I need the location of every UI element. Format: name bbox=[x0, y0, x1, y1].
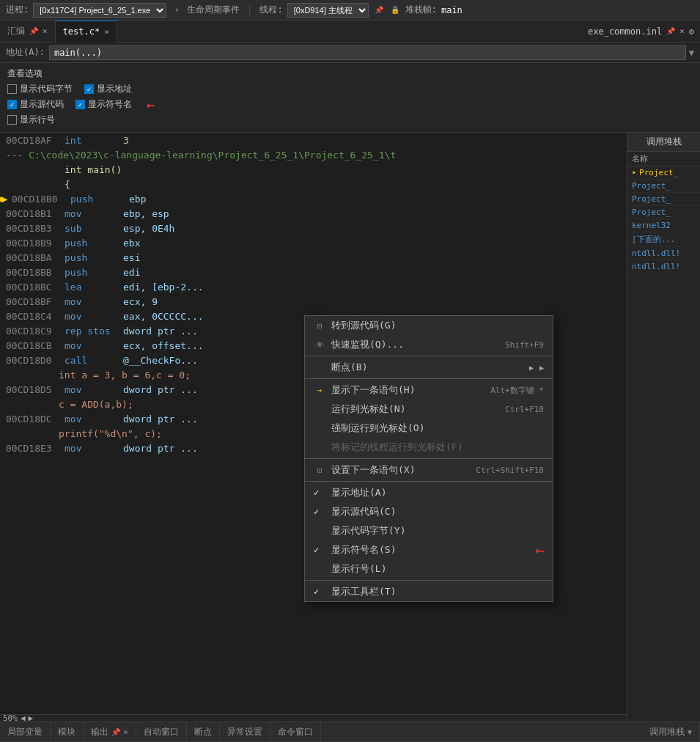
sidebar-label-7: ntdll.dll! bbox=[632, 262, 680, 271]
ctx-breakpoint[interactable]: 断点(B) ▶ bbox=[305, 358, 553, 377]
opt-show-symbols[interactable]: ✓ 显示符号名 bbox=[75, 98, 132, 111]
ctx-goto-source[interactable]: ⊡ 转到源代码(G) bbox=[305, 316, 553, 335]
settings-icon[interactable]: ⚙ bbox=[689, 26, 694, 37]
mnemonic-push3: push bbox=[65, 252, 123, 263]
operand-dword2: dword ptr ... bbox=[123, 384, 198, 395]
sidebar-item-6[interactable]: ntdll.dll! bbox=[627, 247, 700, 260]
sidebar-item-5[interactable]: [下面的... bbox=[627, 232, 700, 247]
sidebar-label-6: ntdll.dll! bbox=[632, 249, 680, 258]
ctx-show-next-label: 显示下一条语句(H) bbox=[331, 383, 485, 397]
ctx-quickwatch-label: 快速监视(Q)... bbox=[331, 338, 499, 351]
opt-show-source[interactable]: ✓ 显示源代码 bbox=[7, 98, 64, 111]
operand-lea: edi, [ebp-2... bbox=[123, 282, 204, 293]
scroll-right-btn[interactable]: ▶ bbox=[29, 713, 34, 721]
tab-command-label: 命令窗口 bbox=[278, 726, 313, 738]
view-options-row1: 显示代码字节 ✓ 显示地址 bbox=[7, 83, 693, 95]
ctx-show-lineno[interactable]: 显示行号(L) bbox=[305, 559, 553, 578]
opt-show-bytes[interactable]: 显示代码字节 bbox=[7, 83, 73, 95]
right-tab-pin: 📌 bbox=[666, 27, 675, 35]
sidebar-item-7[interactable]: ntdll.dll! bbox=[627, 260, 700, 273]
mnemonic-sub: sub bbox=[65, 223, 123, 234]
tab-callstack-bottom[interactable]: 调用堆栈 ▼ bbox=[642, 721, 700, 742]
right-sidebar: 调用堆栈 名称 ➤ Project_ Project_ Project_ Pro… bbox=[627, 133, 700, 721]
checkbox-address[interactable]: ✓ bbox=[84, 84, 94, 94]
red-arrow-ctx: ← bbox=[535, 541, 544, 559]
checkbox-source[interactable]: ✓ bbox=[7, 100, 17, 109]
ctx-show-source[interactable]: ✓ 显示源代码(C) bbox=[305, 502, 553, 521]
sidebar-item-3[interactable]: Project_ bbox=[627, 206, 700, 219]
ctx-quickwatch[interactable]: 👁 快速监视(Q)... Shift+F9 bbox=[305, 335, 553, 354]
mnemonic-lea: lea bbox=[65, 282, 123, 293]
ctx-show-bytes[interactable]: 显示代码字节(Y) bbox=[305, 521, 553, 540]
right-tab-close[interactable]: × bbox=[679, 26, 685, 36]
ctx-run-to-cursor[interactable]: 运行到光标处(N) Ctrl+F10 bbox=[305, 400, 553, 419]
right-tab-area: exe_common.inl 📌 × ⚙ bbox=[582, 26, 700, 37]
code-line-brace-open: { bbox=[0, 177, 627, 191]
tab-testc-label: test.c* bbox=[63, 26, 100, 37]
code-line-00cd18bb: 00CD18BB push edi bbox=[0, 265, 627, 279]
sidebar-title: 调用堆栈 bbox=[627, 133, 700, 152]
tab-test-c[interactable]: test.c* × bbox=[56, 21, 117, 43]
address-arrow[interactable]: ▼ bbox=[689, 48, 694, 58]
ctx-show-bytes-label: 显示代码字节(Y) bbox=[331, 524, 544, 537]
ctx-show-toolbar[interactable]: ✓ 显示工具栏(T) bbox=[305, 582, 553, 601]
arrow-icon-0: ➤ bbox=[632, 169, 636, 177]
thread-selector[interactable]: [0xD914] 主线程 bbox=[287, 3, 369, 18]
tab-close-testc[interactable]: × bbox=[104, 27, 109, 37]
code-line-00cd18b1: 00CD18B1 mov ebp, esp bbox=[0, 206, 627, 221]
ctx-quickwatch-shortcut: Shift+F9 bbox=[505, 340, 544, 350]
ctx-sep1 bbox=[305, 356, 553, 356]
operand-ecx9: ecx, 9 bbox=[123, 296, 158, 307]
ctx-thread-run[interactable]: 将标记的线程运行到光标处(F) bbox=[305, 438, 553, 457]
h-scrollbar[interactable]: 50% ◀ ▶ bbox=[0, 714, 627, 721]
sidebar-item-0[interactable]: ➤ Project_ bbox=[627, 166, 700, 180]
addr-00cd18c9: 00CD18C9 bbox=[6, 326, 65, 337]
opt-show-lineno[interactable]: 显示行号 bbox=[7, 114, 55, 126]
operand-3: 3 bbox=[123, 135, 129, 146]
sidebar-col-header: 名称 bbox=[627, 152, 700, 166]
mnemonic-push4: push bbox=[65, 267, 123, 278]
code-line-main-decl: int main() bbox=[0, 162, 627, 177]
tab-auto-window[interactable]: 自动窗口 bbox=[136, 721, 187, 742]
tab-close-assembly[interactable]: × bbox=[43, 26, 48, 36]
sidebar-item-4[interactable]: kernel32 bbox=[627, 219, 700, 232]
ctx-show-next[interactable]: → 显示下一条语句(H) Alt+数字键 * bbox=[305, 381, 553, 400]
sidebar-item-1[interactable]: Project_ bbox=[627, 180, 700, 193]
tab-exceptions[interactable]: 异常设置 bbox=[220, 721, 270, 742]
opt-bytes-label: 显示代码字节 bbox=[20, 83, 73, 95]
sidebar-item-2[interactable]: Project_ bbox=[627, 193, 700, 206]
ctx-show-next-icon: → bbox=[314, 386, 325, 395]
ctx-show-source-label: 显示源代码(C) bbox=[331, 505, 544, 518]
address-input[interactable] bbox=[49, 45, 686, 60]
source-main-decl: int main() bbox=[65, 164, 122, 175]
bottom-tab-bar: 局部变量 模块 输出 📌 × 自动窗口 断点 异常设置 命令窗口 调用堆栈 ▼ bbox=[0, 721, 700, 742]
tab-output-close[interactable]: × bbox=[123, 727, 128, 737]
addr-00cd18cb: 00CD18CB bbox=[6, 340, 65, 351]
tab-output[interactable]: 输出 📌 × bbox=[84, 721, 136, 742]
tab-assembly[interactable]: 汇编 📌 × bbox=[0, 21, 56, 43]
scroll-left-btn[interactable]: ◀ bbox=[21, 713, 26, 721]
opt-show-address[interactable]: ✓ 显示地址 bbox=[84, 83, 132, 95]
ctx-set-next-icon: ⊡ bbox=[314, 466, 325, 475]
mnemonic-call: call bbox=[65, 355, 123, 366]
opt-symbols-label: 显示符号名 bbox=[88, 98, 132, 111]
addr-00cd18e3: 00CD18E3 bbox=[6, 443, 65, 454]
process-selector[interactable]: [0x117C4] Project_6_25_1.exe bbox=[33, 3, 166, 18]
addr-00cd18dc: 00CD18DC bbox=[6, 414, 65, 425]
source-add: c = ADD(a,b); bbox=[59, 399, 133, 410]
tab-command[interactable]: 命令窗口 bbox=[270, 721, 321, 742]
tab-modules[interactable]: 模块 bbox=[51, 721, 84, 742]
tab-local-vars[interactable]: 局部变量 bbox=[0, 721, 51, 742]
view-options-row3: 显示行号 bbox=[7, 114, 693, 126]
checkbox-lineno[interactable] bbox=[7, 115, 17, 125]
ctx-set-next[interactable]: ⊡ 设置下一条语句(X) Ctrl+Shift+F10 bbox=[305, 460, 553, 480]
ctx-show-symbols[interactable]: ✓ 显示符号名(S) ← bbox=[305, 540, 553, 559]
tab-modules-label: 模块 bbox=[58, 726, 75, 738]
ctx-force-run[interactable]: 强制运行到光标处(O) bbox=[305, 419, 553, 438]
ctx-show-address[interactable]: ✓ 显示地址(A) bbox=[305, 483, 553, 502]
ctx-show-symbols-check: ✓ bbox=[314, 545, 325, 555]
checkbox-bytes[interactable] bbox=[7, 84, 17, 94]
tab-breakpoints[interactable]: 断点 bbox=[187, 721, 220, 742]
checkbox-symbols[interactable]: ✓ bbox=[75, 100, 85, 109]
tab-output-pin: 📌 bbox=[111, 728, 120, 736]
